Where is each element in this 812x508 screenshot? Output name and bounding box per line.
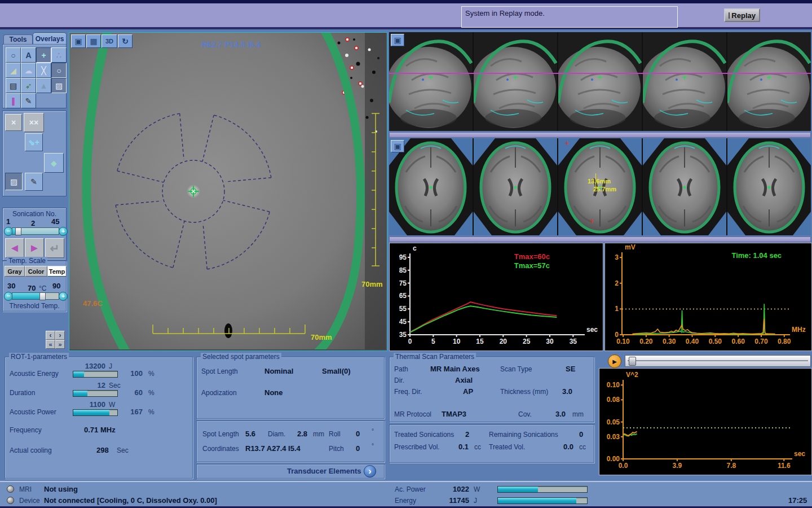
replay-button[interactable]: Replay [724, 8, 760, 22]
spot-icon: × [11, 118, 16, 127]
svg-text:35: 35 [570, 338, 577, 345]
remaining-sonications-label: Remaining Sonications [489, 431, 558, 439]
replay-timeline-slider[interactable] [625, 355, 811, 367]
tab-tools[interactable]: Tools [3, 34, 33, 45]
sagittal-strip-layout-button[interactable]: ▣ [391, 34, 404, 46]
sonication-label: Sonication No. [3, 210, 66, 218]
threshold-slider-knob[interactable] [39, 292, 46, 300]
thermal-scan-title: Thermal Scan Parameters [394, 353, 476, 361]
rotate-icon: ↻ [122, 37, 129, 46]
acoustic-power-percent: 167 [122, 408, 143, 416]
crosshair-marker-tool[interactable]: + [36, 47, 51, 63]
page-next-button[interactable]: › [55, 331, 65, 340]
region-draw-tool[interactable]: ✎ [25, 173, 43, 191]
transducer-elements-button[interactable]: › [364, 465, 376, 478]
rays-overlay-tool[interactable]: ╳ [36, 63, 51, 78]
svg-text:0.50: 0.50 [709, 338, 722, 345]
duration-value: 12 [72, 381, 105, 389]
minus-icon: − [7, 227, 10, 234]
axial-thumb-2[interactable] [474, 138, 557, 235]
3d-view-button[interactable]: 3D [102, 34, 117, 48]
draw-overlay-tool[interactable]: ✎ [21, 93, 36, 108]
fibers-overlay-tool[interactable]: ∥ [6, 93, 21, 108]
spot-tool[interactable]: × [5, 114, 22, 131]
spot-parameters-group: Selected spot parameters Spot Length Nom… [196, 357, 385, 419]
threshold-plus-button[interactable]: + [59, 292, 68, 301]
next-icon: ► [29, 242, 40, 255]
page-first-button[interactable]: « [46, 340, 55, 349]
page-prev-button[interactable]: ‹ [46, 331, 55, 340]
threshold-slider[interactable] [12, 292, 59, 300]
svg-text:0.03: 0.03 [607, 433, 620, 441]
svg-text:3.9: 3.9 [673, 462, 682, 470]
remaining-sonications-value: 0 [579, 430, 583, 439]
cells-overlay-tool[interactable]: ∴ [51, 47, 67, 63]
sagittal-thumb-5[interactable] [727, 32, 811, 131]
cine-button[interactable]: ▦ [86, 34, 101, 48]
treated-vol-label: Treated Vol. [489, 443, 525, 451]
hatch-overlay-tool[interactable]: ▨ [51, 78, 67, 93]
cursor-coordinates-label: R62.7 P14.5 I5.4 [201, 40, 261, 49]
ellipse-roi-tool[interactable]: ○ [6, 47, 21, 63]
temperature-readout-label: 47.6C [83, 299, 103, 308]
replay-play-button[interactable]: ▶ [608, 354, 621, 368]
protocol-value: TMAP3 [442, 410, 466, 418]
freq-dir-value: AP [463, 387, 473, 396]
minus-icon: − [7, 292, 10, 299]
rotate-view-button[interactable]: ↻ [118, 34, 133, 48]
sonication-slider[interactable] [12, 227, 59, 235]
sagittal-thumb-1[interactable] [389, 32, 473, 131]
return-button[interactable]: ↵ [45, 238, 64, 258]
svg-text:mV: mV [625, 243, 636, 251]
sonication-min: 1 [6, 217, 10, 226]
axial-strip-scrollbar[interactable] [389, 237, 811, 242]
cooling-unit: Sec [117, 446, 129, 454]
axial-thumb-5[interactable] [727, 138, 811, 235]
axial-strip-layout-button[interactable]: ▣ [391, 140, 404, 152]
page-last-button[interactable]: » [55, 340, 65, 349]
sonication-slider-knob[interactable] [15, 227, 21, 235]
ellipse-dark-tool[interactable]: ○ [51, 63, 67, 78]
previous-sonication-button[interactable]: ◄ [5, 238, 24, 258]
gray-scale-button[interactable]: Gray [5, 266, 25, 277]
ruler-tool[interactable]: ▤ [6, 78, 21, 93]
rays-icon: ╳ [41, 66, 46, 75]
cloud-edit-tool[interactable]: ➶ [21, 78, 36, 93]
text-annotation-tool[interactable]: A [21, 47, 36, 63]
axial-thumb-1[interactable] [389, 138, 473, 235]
region-hatch-tool[interactable]: ▨ [5, 173, 23, 190]
timeline-knob[interactable] [629, 357, 636, 366]
prescribed-vol-unit: cc [474, 443, 481, 451]
next-sonication-button[interactable]: ► [25, 238, 44, 258]
sagittal-strip-scrollbar[interactable] [389, 132, 811, 138]
tab-overlays[interactable]: Overlays [33, 33, 67, 45]
temp-scale-button[interactable]: Temp [47, 266, 67, 277]
axial-series-strip: 13.6mm 25.7mm + + ▣ [389, 138, 811, 235]
duration-percent: 60 [122, 388, 143, 397]
axial-thumb-3[interactable]: 13.6mm 25.7mm + + [558, 138, 642, 235]
sagittal-thumb-4[interactable] [643, 32, 726, 131]
add-spot-tool[interactable]: ⇘+ [25, 133, 43, 151]
axial-thumb-4[interactable] [643, 138, 726, 235]
layout-button[interactable]: ▣ [71, 34, 86, 48]
treated-sonications-value: 2 [465, 430, 469, 439]
move-spot-tool[interactable]: ◆ [44, 153, 64, 173]
color-scale-button[interactable]: Color [25, 266, 47, 277]
dome-overlay-tool[interactable]: ▲ [36, 78, 51, 93]
svg-text:65: 65 [399, 292, 407, 300]
sagittal-thumb-2[interactable] [474, 32, 557, 131]
sagittal-thumb-3[interactable] [558, 32, 642, 131]
cloud-overlay-tool[interactable]: ☁ [21, 63, 36, 78]
roll-degree-sign: ° [372, 428, 374, 434]
spot-length-mode: Nominal [264, 367, 293, 375]
ellipse-icon: ○ [11, 51, 15, 60]
sagittal-series-strip: ▣ [389, 32, 811, 131]
spot-geo-length-value: 5.6 [245, 430, 255, 438]
main-image-viewport[interactable]: R62.7 P14.5 I5.4 47.6C 70mm 70mm ▣ ▦ 3D … [69, 32, 387, 351]
svg-text:V^2: V^2 [626, 371, 638, 379]
svg-text:5: 5 [431, 338, 435, 345]
sonication-plus-button[interactable]: + [59, 227, 68, 236]
multi-spot-tool[interactable]: ×× [24, 113, 44, 132]
acoustic-power-label: Acoustic Power [10, 408, 56, 416]
beam-overlay-tool[interactable]: ◢ [6, 63, 21, 78]
